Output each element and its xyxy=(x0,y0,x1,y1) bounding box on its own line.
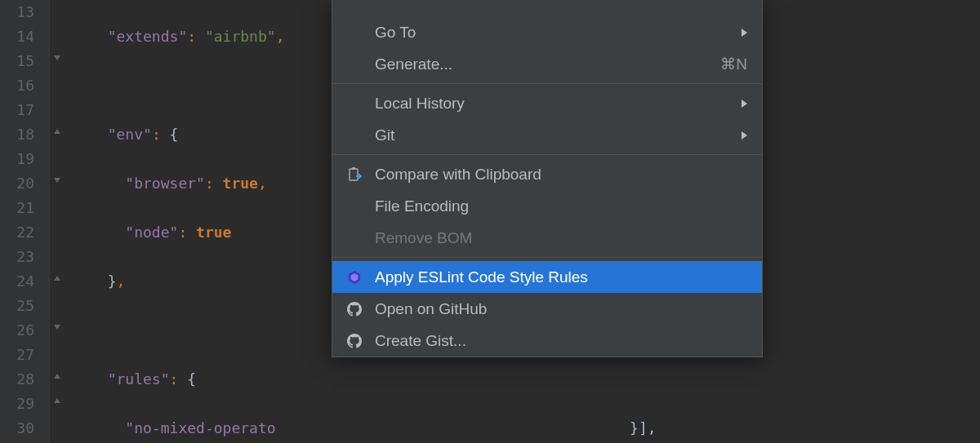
menu-item-remove-bom: Remove BOM xyxy=(332,222,762,254)
line-number: 22 xyxy=(0,220,49,245)
line-number: 26 xyxy=(0,318,49,343)
clipboard-diff-icon xyxy=(345,166,363,184)
menu-separator xyxy=(332,154,762,155)
line-number: 27 xyxy=(0,343,49,367)
menu-label: Go To xyxy=(375,24,416,42)
svg-rect-0 xyxy=(350,169,358,180)
menu-label: File Encoding xyxy=(375,197,469,215)
menu-label: Open on GitHub xyxy=(375,300,487,318)
fold-column xyxy=(49,0,82,443)
line-number: 13 xyxy=(0,0,49,24)
menu-label: Local History xyxy=(375,95,465,113)
github-icon xyxy=(345,300,363,318)
menu-item-generate[interactable]: Generate... ⌘N xyxy=(332,48,762,80)
code-line: "rules": { xyxy=(90,367,763,392)
menu-separator xyxy=(332,83,762,84)
line-number: 15 xyxy=(0,49,49,73)
line-number: 25 xyxy=(0,294,49,318)
line-number: 29 xyxy=(0,392,49,416)
menu-item-compare-clipboard[interactable]: Compare with Clipboard xyxy=(332,158,762,190)
eslint-icon xyxy=(345,268,363,286)
line-number: 30 xyxy=(0,416,49,441)
line-number: 16 xyxy=(0,73,49,98)
fold-close-icon[interactable] xyxy=(53,274,63,282)
fold-close-icon[interactable] xyxy=(53,396,63,405)
fold-open-icon[interactable] xyxy=(53,323,63,331)
line-number: 28 xyxy=(0,367,49,392)
fold-close-icon[interactable] xyxy=(53,372,63,380)
github-icon xyxy=(345,332,363,350)
line-number-gutter: 13 14 15 16 17 18 19 20 21 22 23 24 25 2… xyxy=(0,0,49,443)
menu-item-open-github[interactable]: Open on GitHub xyxy=(332,293,762,325)
menu-item-file-encoding[interactable]: File Encoding xyxy=(332,190,762,222)
menu-label: Generate... xyxy=(375,55,452,73)
line-number: 20 xyxy=(0,171,49,196)
line-number: 24 xyxy=(0,269,49,294)
line-number: 18 xyxy=(0,122,49,147)
shortcut-label: ⌘N xyxy=(720,55,747,73)
menu-label: Create Gist... xyxy=(375,332,466,350)
menu-separator xyxy=(332,257,762,258)
line-number: 17 xyxy=(0,98,49,122)
menu-label: Compare with Clipboard xyxy=(375,166,541,184)
menu-item-git[interactable]: Git xyxy=(332,119,762,151)
chevron-right-icon xyxy=(742,100,747,108)
chevron-right-icon xyxy=(742,29,747,37)
fold-close-icon[interactable] xyxy=(53,127,63,135)
line-number: 14 xyxy=(0,24,49,49)
context-menu: Go To Generate... ⌘N Local History Git C… xyxy=(332,0,763,357)
menu-label: Git xyxy=(375,126,394,144)
line-number: 21 xyxy=(0,196,49,220)
line-number: 19 xyxy=(0,147,49,171)
svg-rect-1 xyxy=(352,167,355,170)
menu-item-goto[interactable]: Go To xyxy=(332,16,762,48)
menu-item-apply-eslint[interactable]: Apply ESLint Code Style Rules xyxy=(332,261,762,293)
chevron-right-icon xyxy=(742,131,747,140)
menu-label: Apply ESLint Code Style Rules xyxy=(375,268,588,286)
menu-item-create-gist[interactable]: Create Gist... xyxy=(332,325,762,357)
fold-open-icon[interactable] xyxy=(53,176,63,184)
menu-item-local-history[interactable]: Local History xyxy=(332,87,762,119)
menu-label: Remove BOM xyxy=(375,229,472,247)
code-line: "no-mixed-operato }], xyxy=(90,416,763,441)
fold-open-icon[interactable] xyxy=(53,54,63,62)
line-number: 23 xyxy=(0,245,49,269)
